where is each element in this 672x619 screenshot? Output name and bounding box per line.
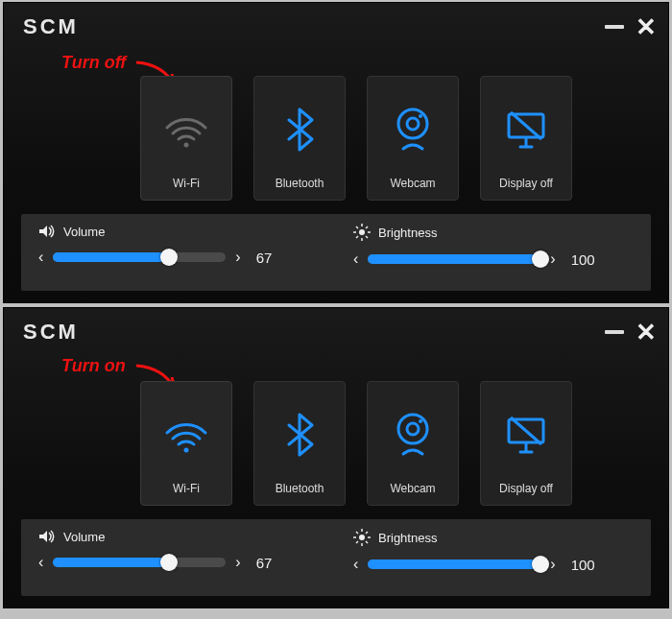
volume-slider[interactable] — [53, 558, 226, 567]
brightness-label: Brightness — [378, 226, 437, 240]
volume-slider[interactable] — [53, 252, 226, 262]
tile-webcam[interactable]: Webcam — [367, 76, 459, 201]
svg-line-31 — [366, 541, 368, 543]
brightness-section: Brightness ‹ › 100 — [336, 214, 651, 291]
volume-label: Volume — [63, 530, 105, 544]
tile-label: Wi-Fi — [173, 482, 200, 495]
brightness-section: Brightness ‹ › 100 — [336, 519, 651, 596]
tile-display-off[interactable]: Display off — [480, 381, 572, 506]
panel-stack: SCM ✕ Turn off — [0, 0, 672, 610]
svg-line-14 — [366, 236, 368, 238]
tile-bluetooth[interactable]: Bluetooth — [253, 381, 346, 506]
svg-point-20 — [419, 419, 422, 423]
brightness-decrease-button[interactable]: ‹ — [353, 556, 358, 573]
volume-icon — [38, 224, 56, 239]
volume-decrease-button[interactable]: ‹ — [38, 249, 43, 266]
app-logo: SCM — [23, 14, 79, 39]
tile-bluetooth[interactable]: Bluetooth — [253, 76, 346, 201]
tile-label: Bluetooth — [276, 177, 324, 190]
brightness-decrease-button[interactable]: ‹ — [353, 250, 358, 268]
tile-wifi[interactable]: Wi-Fi — [140, 381, 232, 506]
annotation-turn-on: Turn on — [61, 356, 126, 376]
annotation-turn-off: Turn off — [61, 53, 126, 73]
wifi-icon — [162, 77, 210, 177]
svg-point-8 — [359, 229, 365, 235]
brightness-value: 100 — [571, 251, 595, 268]
tile-webcam[interactable]: Webcam — [367, 381, 459, 506]
svg-line-22 — [511, 417, 541, 444]
brightness-icon — [353, 529, 371, 546]
bluetooth-icon — [283, 382, 316, 482]
tile-wifi[interactable]: Wi-Fi — [140, 76, 232, 201]
tile-display-off[interactable]: Display off — [480, 76, 572, 201]
volume-value: 67 — [256, 250, 273, 266]
svg-point-19 — [407, 423, 419, 435]
slider-area: Volume ‹ › 67 — [21, 214, 651, 291]
svg-line-32 — [356, 541, 358, 543]
tile-label: Bluetooth — [276, 482, 324, 495]
brightness-increase-button[interactable]: › — [550, 250, 555, 268]
volume-increase-button[interactable]: › — [235, 554, 240, 571]
webcam-icon — [392, 382, 434, 482]
close-button[interactable]: ✕ — [636, 323, 657, 341]
volume-section: Volume ‹ › 67 — [21, 214, 336, 291]
tile-label: Display off — [499, 177, 553, 190]
tile-row: Wi-Fi Bluetooth — [140, 381, 572, 506]
volume-value: 67 — [256, 555, 273, 571]
volume-label: Volume — [63, 225, 105, 239]
minimize-button[interactable] — [605, 25, 624, 29]
volume-increase-button[interactable]: › — [235, 249, 240, 266]
titlebar: SCM ✕ — [23, 320, 657, 345]
tile-label: Webcam — [390, 482, 435, 495]
svg-point-1 — [398, 109, 427, 138]
wifi-icon — [162, 382, 210, 482]
brightness-value: 100 — [571, 557, 595, 573]
svg-point-18 — [398, 415, 427, 443]
tile-label: Webcam — [390, 177, 435, 190]
svg-line-5 — [511, 112, 541, 139]
tile-label: Display off — [499, 482, 553, 495]
display-off-icon — [503, 382, 549, 482]
display-off-icon — [503, 77, 549, 177]
brightness-increase-button[interactable]: › — [550, 556, 555, 573]
svg-point-0 — [184, 143, 189, 148]
svg-line-15 — [356, 236, 358, 238]
volume-section: Volume ‹ › 67 — [21, 519, 336, 596]
scm-panel-top: SCM ✕ Turn off — [3, 2, 669, 303]
svg-point-3 — [419, 114, 422, 118]
scm-panel-bottom: SCM ✕ Turn on — [3, 307, 669, 608]
annotation-text: Turn off — [61, 53, 126, 73]
tile-row: Wi-Fi Bluetooth — [140, 76, 572, 201]
webcam-icon — [392, 77, 434, 177]
bluetooth-icon — [283, 77, 316, 177]
svg-line-16 — [366, 226, 368, 228]
svg-line-13 — [356, 226, 358, 228]
svg-point-17 — [184, 448, 189, 453]
tile-label: Wi-Fi — [173, 177, 200, 190]
app-logo: SCM — [23, 320, 79, 345]
volume-decrease-button[interactable]: ‹ — [38, 554, 43, 571]
svg-point-2 — [407, 118, 419, 130]
svg-point-25 — [359, 535, 365, 540]
volume-icon — [38, 529, 56, 544]
brightness-icon — [353, 224, 371, 241]
titlebar: SCM ✕ — [23, 14, 657, 39]
close-button[interactable]: ✕ — [636, 18, 657, 36]
svg-line-33 — [366, 532, 368, 534]
minimize-button[interactable] — [605, 330, 624, 334]
svg-line-30 — [356, 532, 358, 534]
brightness-slider[interactable] — [368, 254, 540, 264]
brightness-slider[interactable] — [368, 559, 540, 569]
brightness-label: Brightness — [378, 531, 437, 545]
slider-area: Volume ‹ › 67 — [21, 519, 651, 596]
annotation-text: Turn on — [61, 356, 126, 376]
